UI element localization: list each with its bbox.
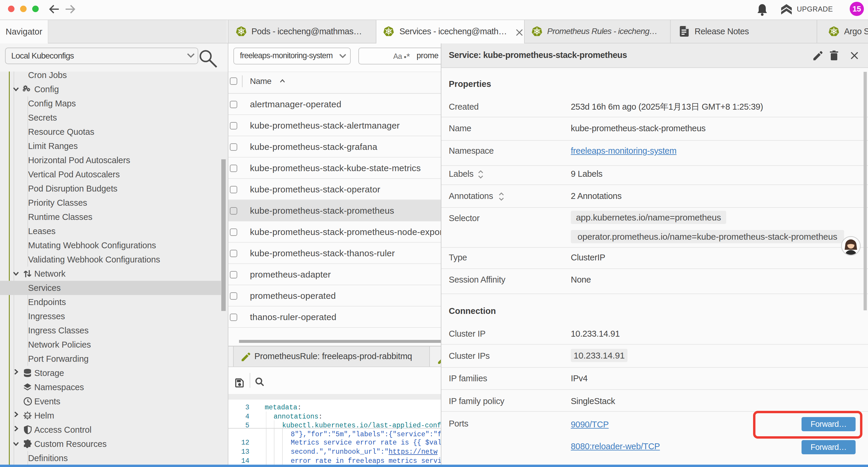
svg-text:HELM: HELM: [24, 415, 31, 417]
